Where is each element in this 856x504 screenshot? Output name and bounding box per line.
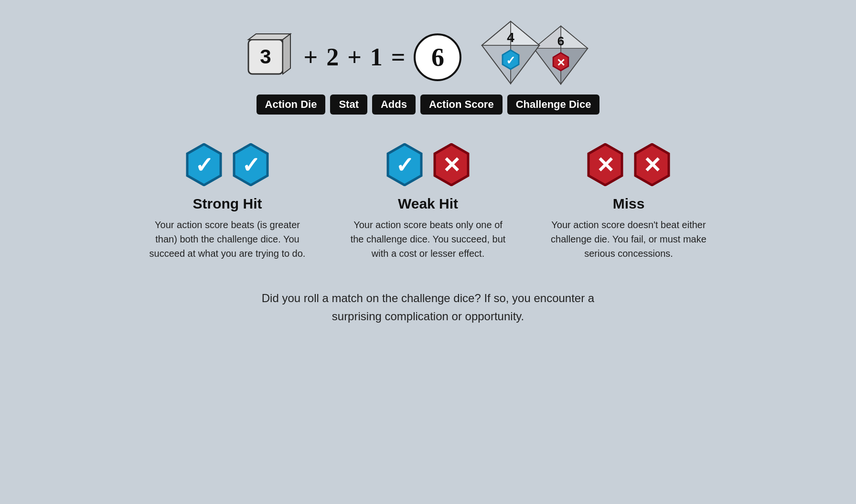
labels-row: Action Die Stat Adds Action Score Challe… [257,94,600,115]
weak-hit-title: Weak Hit [398,196,458,212]
operator2: + [347,45,362,70]
strong-hit-title: Strong Hit [193,196,262,212]
red-x-icon-miss-1: ✕ [584,143,627,186]
formula-row: 3 + 2 + 1 = 6 4 [243,29,614,86]
footer-note: Did you roll a match on the challenge di… [262,289,594,326]
svg-text:✓: ✓ [506,54,515,67]
miss-icons: ✕ ✕ [584,143,674,186]
footer-line1: Did you roll a match on the challenge di… [262,292,594,304]
svg-text:6: 6 [557,34,565,48]
action-die-label: Action Die [257,94,326,115]
adds-number: 1 [370,45,383,70]
red-x-icon-miss-2: ✕ [631,143,674,186]
blue-check-icon-weak: ✓ [383,143,426,186]
outcomes-section: ✓ ✓ Strong Hit Your action score beats (… [94,143,762,261]
blue-check-icon-2: ✓ [229,143,272,186]
svg-text:✓: ✓ [396,153,414,178]
svg-text:✕: ✕ [596,153,615,178]
miss-card: ✕ ✕ Miss Your action score doesn't beat … [547,143,710,261]
footer-line2: surprising complication or opportunity. [332,310,524,323]
strong-hit-card: ✓ ✓ Strong Hit Your action score beats (… [146,143,309,261]
miss-description: Your action score doesn't beat either ch… [547,218,710,261]
weak-hit-icons: ✓ ✕ [383,143,473,186]
equals-sign: = [391,45,406,70]
svg-text:4: 4 [507,30,515,45]
svg-text:✕: ✕ [643,153,662,178]
weak-hit-description: Your action score beats only one of the … [347,218,509,261]
operator1: + [304,45,318,70]
weak-hit-card: ✓ ✕ Weak Hit Your action score beats onl… [347,143,509,261]
formula-section: 3 + 2 + 1 = 6 4 [243,29,614,115]
svg-text:✕: ✕ [442,153,461,178]
stat-number: 2 [326,45,339,70]
adds-label: Adds [372,94,416,115]
action-score-circle: 6 [414,33,461,81]
miss-title: Miss [613,196,645,212]
svg-marker-5 [511,21,539,45]
action-score-label: Action Score [420,94,503,115]
svg-marker-2 [283,34,290,74]
red-x-icon-weak: ✕ [430,143,473,186]
svg-text:✓: ✓ [242,153,260,178]
stat-label: Stat [330,94,367,115]
svg-text:3: 3 [260,45,271,68]
svg-marker-6 [482,21,511,45]
strong-hit-icons: ✓ ✓ [182,143,272,186]
strong-hit-description: Your action score beats (is greater than… [146,218,309,261]
challenge-dice-label: Challenge Dice [507,94,600,115]
svg-marker-13 [561,26,588,49]
blue-check-icon-1: ✓ [182,143,225,186]
svg-text:✓: ✓ [195,153,214,178]
challenge-dice-area: 4 ✓ 6 ✕ [480,29,613,86]
svg-text:✕: ✕ [556,57,565,69]
action-die-cube: 3 [243,31,295,84]
